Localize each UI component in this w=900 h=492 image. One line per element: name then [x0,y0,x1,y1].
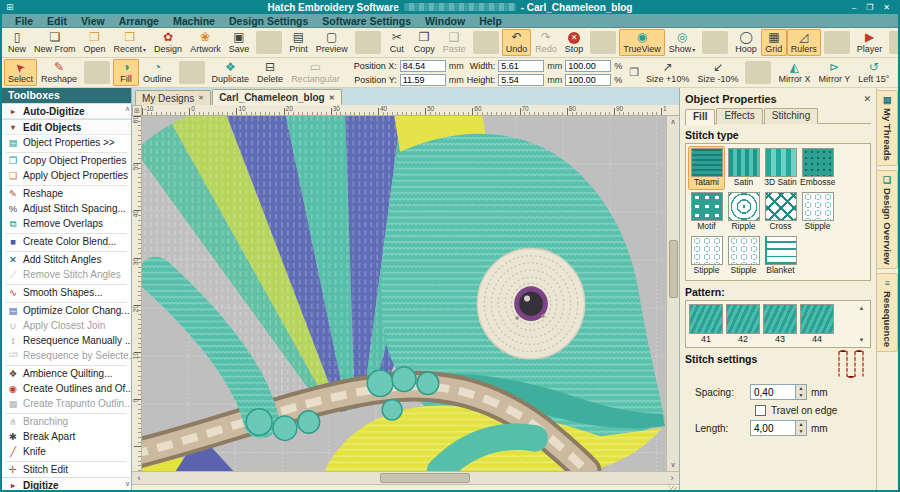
position-y-input[interactable] [400,74,446,86]
toolbox-item[interactable]: ⧉ Remove Overlaps [2,216,131,231]
toolbar-button[interactable] [473,31,499,54]
tab-fill[interactable]: Fill [685,109,715,125]
paste-button[interactable]: ❑ Paste [439,29,470,56]
player-button[interactable]: ▶ Player [853,29,887,56]
toolbox-item[interactable]: ∿ Smooth Shapes... [2,285,131,300]
horizontal-scroll-thumb[interactable] [380,473,470,483]
scale-y-input[interactable] [565,74,611,86]
toolbox-item[interactable]: ■ Create Color Blend... [2,234,131,249]
cut-button[interactable]: ✂ Cut [384,29,410,56]
rotate-left-button[interactable]: ↺ Left 15° [854,59,893,86]
scroll-right-icon[interactable]: › [665,473,679,483]
toolbox-item[interactable]: ✛ Stitch Edit [2,462,131,477]
stitch-type-stipple-stem[interactable]: Stipple [726,235,761,277]
toolbox-item[interactable]: ✎ Reshape [2,186,131,201]
minimize-button[interactable]: – [852,3,856,12]
rectangular-button[interactable]: ▭ Rectangular [287,59,344,86]
chameleon-eye[interactable] [477,249,584,359]
toolbox-item[interactable]: ⟋ Remove Stitch Angles [2,267,131,282]
toolbox-section-edit-objects[interactable]: ▾ Edit Objects [2,119,131,135]
toolbox-item[interactable]: ❖ Ambience Quilting... [2,366,131,381]
new-button[interactable]: ▯ New [4,29,30,56]
position-x-input[interactable] [400,60,446,72]
toolbox-item[interactable]: ▤ Optimize Color Chang... [2,303,131,318]
toolbox-item[interactable]: ❏ Apply Object Properties [2,168,131,183]
outline-button[interactable]: ◔ Outline [139,59,176,86]
lock-proportions-icon[interactable]: ❐ [629,66,639,79]
ruler-origin-button[interactable]: ⊞ [132,105,142,116]
stitch-type-embossed[interactable]: Embossed [800,147,835,189]
menu-item[interactable]: Software Settings [315,15,418,27]
pattern-swatch[interactable]: 41 [689,304,723,344]
mirror-x-button[interactable]: ◭ Mirror X [774,59,814,86]
toolbox-scroll-down-icon[interactable]: ∨ [125,480,130,488]
toolbar-button[interactable] [590,31,616,54]
pattern-swatch[interactable]: 44 [800,304,834,344]
mirror-y-button[interactable]: ⊳ Mirror Y [814,59,854,86]
save-button[interactable]: ▣ Save [225,29,254,56]
fill-button[interactable]: ◑ Fill [113,59,139,86]
tab-close-icon[interactable]: ✕ [329,94,335,102]
toolbox-item[interactable]: ▦ Create Trapunto Outlin... [2,396,131,411]
restore-button[interactable]: ❐ [866,3,873,12]
toolbox-item[interactable]: ◉ Create Outlines and Of... [2,381,131,396]
open-button[interactable]: ❒ Open [80,29,110,56]
spacing-input[interactable] [751,385,795,399]
height-input[interactable] [498,74,544,86]
trueview-button[interactable]: ◉ TrueView [619,29,665,56]
tab-effects[interactable]: Effects [716,108,762,124]
menu-item[interactable]: Design Settings [222,15,315,27]
stitch-type-cross[interactable]: Cross [763,191,798,233]
rotate-right-button[interactable]: ↻ Right 15° [893,59,900,86]
side-tab-resequence[interactable]: ≡ Resequence [877,273,898,352]
resize-grip-icon[interactable] [669,486,677,490]
toolbar-button[interactable] [179,61,205,84]
length-input[interactable] [751,421,795,435]
hoop-button[interactable]: ◯ Hoop [731,29,761,56]
pattern-swatch[interactable]: 42 [726,304,760,344]
toolbox-item[interactable]: ↕ Resequence Manually ... [2,333,131,348]
stitch-type-motif[interactable]: Motif [689,191,724,233]
stop-button[interactable]: ✕ Stop [561,29,588,56]
undo-button[interactable]: ↶ Undo [502,29,532,56]
stitch-type-3d-satin[interactable]: 3D Satin [763,147,798,189]
spin-up-icon[interactable]: ▲ [796,421,806,428]
toolbox-item[interactable]: ╱ Knife [2,444,131,459]
width-input[interactable] [498,60,544,72]
stitch-type-blanket[interactable]: Blanket [763,235,798,277]
reshape-button[interactable]: ✎ Reshape [37,59,81,86]
menu-item[interactable]: Edit [40,15,74,27]
pattern-scroll-up-icon[interactable]: ▲ [859,305,865,311]
toolbox-item[interactable]: ✱ Break Apart [2,429,131,444]
toolbox-item[interactable]: ∪ Apply Closest Join [2,318,131,333]
rulers-button[interactable]: ◿ Rulers [787,29,821,56]
toolbox-section-digitize[interactable]: ▸ Digitize [2,477,131,490]
toolbar-button[interactable] [702,31,728,54]
tab-stitching[interactable]: Stitching [764,108,818,124]
vertical-scroll-thumb[interactable] [669,240,678,298]
side-tab-my-threads[interactable]: ▤ My Threads [877,90,898,166]
menu-item[interactable]: Machine [166,15,222,27]
spin-down-icon[interactable]: ▼ [796,428,806,435]
scroll-up-icon[interactable]: ∧ [670,116,675,128]
show-button[interactable]: ◎ Show▾ [665,29,700,56]
menu-item[interactable]: File [8,15,40,27]
design-viewport[interactable] [142,116,666,471]
select-button[interactable]: ➤ Select [4,59,37,86]
menu-item[interactable]: Arrange [112,15,166,27]
menu-item[interactable]: View [74,15,112,27]
stitch-type-stipple-back[interactable]: Stipple [689,235,724,277]
tab-my-designs[interactable]: My Designs ✕ [135,90,211,105]
menu-item[interactable]: Help [472,15,509,27]
menu-item[interactable]: Window [418,15,472,27]
size-minus-button[interactable]: ↙ Size -10% [693,59,742,86]
side-tab-design-overview[interactable]: ❏ Design Overview [877,170,898,270]
toolbox-item[interactable]: ¹²³ Resequence by Selecte... [2,348,131,363]
preview-button[interactable]: ▢ Preview [312,29,352,56]
stitch-type-tatami[interactable]: Tatami [689,147,724,189]
toolbox-item[interactable]: ❐ Copy Object Properties [2,153,131,168]
new-from-button[interactable]: ❏ New From [30,29,80,56]
close-button[interactable]: ✕ [883,3,890,12]
print-button[interactable]: ▤ Print [285,29,312,56]
toolbox-item[interactable]: ⋔ Branching [2,414,131,429]
